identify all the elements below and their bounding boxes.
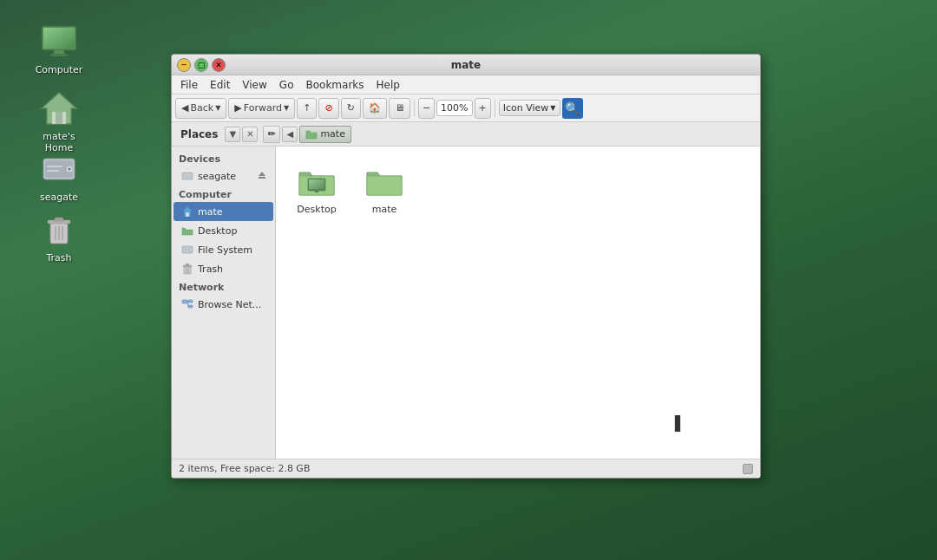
svg-rect-32 (182, 300, 187, 303)
search-button[interactable]: 🔍 (562, 98, 583, 119)
desktop-icon-computer[interactable]: Computer (24, 17, 94, 79)
location-close-btn[interactable]: ✕ (242, 127, 258, 142)
sidebar-item-seagate[interactable]: seagate (174, 166, 273, 186)
menu-go[interactable]: Go (274, 77, 299, 93)
location-bar: Places ▼ ✕ ✏ ◀ mate (172, 122, 760, 147)
back-dropdown-icon: ▼ (215, 104, 220, 112)
svg-line-35 (187, 302, 188, 303)
sidebar-seagate-label: seagate (198, 171, 236, 182)
desktop-icon-seagate[interactable]: seagate (24, 145, 94, 206)
sidebar-item-browse-network[interactable]: Browse Net... (174, 295, 273, 314)
drive-icon (38, 148, 80, 190)
file-icon-desktop-label: Desktop (297, 204, 336, 215)
home-nav-button[interactable]: 🏠 (363, 98, 387, 119)
computer-nav-button[interactable]: 🖥 (389, 98, 410, 119)
scrollbar-thumb[interactable] (743, 464, 753, 474)
status-text: 2 items, Free space: 2.8 GB (179, 463, 310, 474)
menu-edit[interactable]: Edit (205, 77, 235, 93)
title-bar: ─ □ ✕ mate (172, 55, 760, 75)
file-area: Desktop mate ▌ (276, 147, 760, 459)
sidebar: Devices seagate Computer (172, 147, 276, 459)
eject-icon (258, 170, 266, 182)
svg-rect-16 (55, 218, 63, 221)
zoom-display: 100% (436, 100, 472, 116)
trash-sidebar-icon (180, 262, 194, 276)
back-label: Back (190, 102, 213, 114)
desktop-icon-trash[interactable]: Trash (24, 205, 94, 267)
svg-point-26 (190, 249, 193, 251)
svg-rect-23 (259, 177, 265, 179)
window-title: mate (229, 59, 703, 71)
svg-marker-22 (259, 172, 265, 176)
zoom-out-button[interactable]: − (418, 98, 435, 119)
breadcrumb-area: mate (299, 126, 351, 143)
zoom-in-icon: + (479, 102, 487, 114)
file-icon-mate-label: mate (372, 204, 397, 215)
computer-icon (38, 21, 80, 62)
content-area: Devices seagate Computer (172, 147, 760, 459)
menu-bookmarks[interactable]: Bookmarks (300, 77, 369, 93)
sidebar-item-desktop[interactable]: Desktop (174, 221, 273, 240)
svg-rect-7 (56, 112, 62, 124)
zoom-out-icon: − (423, 102, 430, 114)
desktop-folder-icon (296, 160, 337, 202)
menu-file[interactable]: File (175, 77, 203, 93)
forward-label: Forward (244, 102, 282, 114)
desktop-icon-computer-label: Computer (36, 64, 83, 75)
file-icon-mate[interactable]: mate (354, 157, 415, 218)
sidebar-item-trash[interactable]: Trash (174, 259, 273, 278)
window-maximize-btn[interactable]: □ (194, 58, 208, 72)
zoom-in-button[interactable]: + (475, 98, 491, 119)
toolbar: ◀ Back ▼ ▶ Forward ▼ ↑ ⊘ ↻ 🏠 🖥 (172, 94, 760, 122)
svg-rect-4 (50, 54, 68, 56)
sidebar-item-filesystem[interactable]: File System (174, 240, 273, 259)
forward-button[interactable]: ▶ Forward ▼ (228, 98, 295, 119)
svg-rect-3 (54, 50, 64, 54)
search-icon: 🔍 (565, 101, 580, 115)
back-arrow-icon: ◀ (181, 102, 188, 114)
mate-folder-icon (364, 160, 405, 202)
sidebar-section-devices: Devices (172, 150, 275, 166)
computer-nav-icon: 🖥 (395, 102, 404, 114)
svg-point-11 (69, 168, 71, 171)
desktop-icon-seagate-label: seagate (40, 192, 78, 203)
file-manager-window: ─ □ ✕ mate File Edit View Go Bookmarks H… (171, 54, 761, 479)
file-icon-desktop[interactable]: Desktop (286, 157, 347, 218)
network-sidebar-icon (180, 297, 194, 311)
drive-sidebar-icon (180, 169, 194, 183)
menu-view[interactable]: View (237, 77, 272, 93)
window-close-btn[interactable]: ✕ (212, 58, 226, 72)
svg-rect-13 (47, 170, 59, 172)
places-label: Places (175, 127, 223, 142)
home-sidebar-icon (180, 205, 194, 218)
svg-rect-33 (188, 300, 193, 303)
svg-rect-12 (47, 166, 62, 167)
edit-location-btn[interactable]: ✏ (263, 126, 280, 143)
back-breadcrumb-btn[interactable]: ◀ (282, 127, 298, 142)
forward-arrow-icon: ▶ (234, 102, 241, 114)
up-button[interactable]: ↑ (297, 98, 317, 119)
sidebar-item-mate[interactable]: mate (174, 202, 273, 221)
sidebar-filesystem-label: File System (198, 244, 252, 256)
file-icons-grid: Desktop mate (283, 153, 753, 222)
toolbar-separator-1 (414, 100, 415, 117)
menu-help[interactable]: Help (371, 77, 405, 93)
view-select[interactable]: Icon View ▼ (499, 100, 560, 116)
svg-rect-34 (188, 305, 193, 308)
svg-rect-28 (183, 265, 192, 267)
reload-button[interactable]: ↻ (341, 98, 361, 119)
stop-button[interactable]: ⊘ (318, 98, 338, 119)
back-button[interactable]: ◀ Back ▼ (175, 98, 226, 119)
status-bar: 2 items, Free space: 2.8 GB (172, 459, 760, 478)
location-toggle-btn[interactable]: ▼ (225, 127, 240, 142)
svg-rect-39 (309, 179, 324, 189)
home-icon (38, 88, 80, 129)
sidebar-section-network: Network (172, 278, 275, 295)
zoom-value: 100% (441, 102, 468, 114)
stop-icon: ⊘ (324, 102, 332, 114)
mouse-cursor: ▌ (675, 415, 685, 432)
window-minimize-btn[interactable]: ─ (177, 58, 191, 72)
breadcrumb-mate[interactable]: mate (299, 126, 351, 143)
trash-icon (38, 209, 80, 251)
svg-rect-27 (184, 267, 191, 274)
